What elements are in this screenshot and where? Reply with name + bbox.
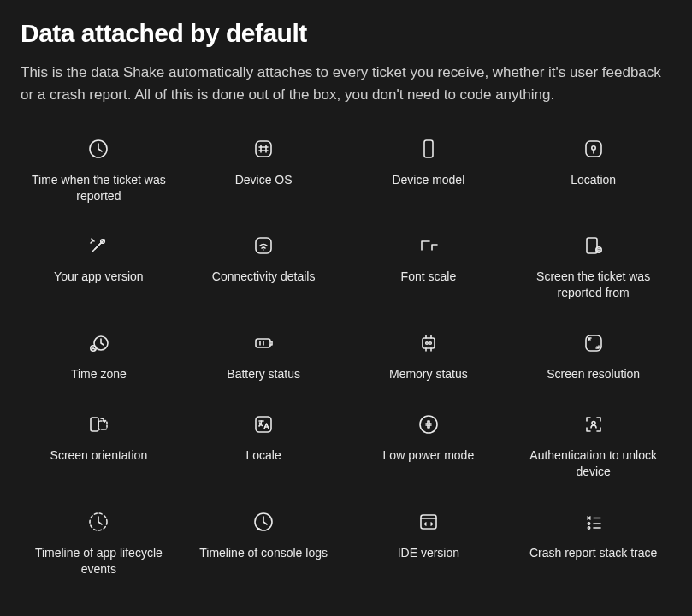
orientation-icon [86, 412, 111, 437]
feature-item: Low power mode [351, 412, 507, 480]
page-subtitle: This is the data Shake automatically att… [21, 62, 671, 107]
device-icon [416, 136, 441, 162]
feature-label: Locale [245, 447, 281, 464]
feature-item: Screen resolution [515, 330, 671, 382]
feature-label: Low power mode [383, 447, 475, 464]
feature-item: Font scale [351, 233, 507, 301]
feature-label: Timeline of console logs [199, 545, 328, 561]
feature-label: Screen resolution [547, 366, 640, 382]
feature-label: Time when the ticket was reported [26, 172, 171, 204]
feature-item: Memory status [351, 330, 507, 382]
feature-label: Timeline of app lifecycle events [26, 545, 171, 578]
hash-icon [251, 136, 276, 162]
feature-label: Connectivity details [212, 269, 316, 285]
ide-icon [416, 509, 441, 535]
feature-item: Time when the ticket was reported [21, 136, 177, 204]
resolution-icon [581, 330, 606, 356]
feature-item: Your app version [21, 233, 177, 301]
feature-label: Device OS [235, 172, 293, 188]
timezone-icon [86, 330, 111, 356]
feature-item: Crash report stack trace [515, 509, 671, 578]
low-power-icon [416, 412, 441, 437]
stacktrace-icon [581, 509, 606, 535]
clock-icon [86, 136, 111, 162]
feature-item: Connectivity details [186, 233, 342, 301]
memory-icon [416, 330, 441, 356]
feature-label: Crash report stack trace [529, 545, 657, 561]
lifecycle-icon [86, 509, 111, 535]
feature-label: Battery status [227, 366, 300, 382]
feature-item: Battery status [186, 330, 342, 382]
locale-icon [251, 412, 276, 437]
feature-label: Font scale [401, 269, 457, 285]
pin-icon [581, 136, 606, 162]
battery-icon [251, 330, 276, 356]
feature-label: IDE version [398, 545, 459, 561]
feature-item: Device model [351, 136, 507, 204]
page-title: Data attached by default [21, 19, 671, 48]
feature-item: Timeline of console logs [186, 509, 342, 578]
tools-icon [86, 233, 111, 258]
feature-item: Location [515, 136, 671, 204]
feature-item: Timeline of app lifecycle events [21, 509, 177, 578]
screen-report-icon [581, 233, 606, 258]
feature-label: Authentication to unlock device [521, 447, 666, 480]
feature-label: Memory status [389, 366, 468, 382]
feature-label: Screen orientation [50, 447, 148, 464]
feature-item: Device OS [186, 136, 342, 204]
feature-label: Location [571, 172, 616, 188]
feature-label: Time zone [71, 366, 127, 382]
feature-item: Screen the ticket was reported from [515, 233, 671, 301]
auth-icon [581, 412, 606, 437]
feature-label: Device model [392, 172, 464, 188]
console-log-icon [251, 509, 276, 535]
feature-item: Authentication to unlock device [515, 412, 671, 480]
feature-item: IDE version [351, 509, 507, 578]
wifi-icon [251, 233, 276, 258]
feature-label: Your app version [54, 269, 144, 285]
feature-label: Screen the ticket was reported from [521, 269, 666, 301]
font-scale-icon [416, 233, 441, 258]
feature-grid: Time when the ticket was reportedDevice … [21, 136, 671, 578]
feature-item: Time zone [21, 330, 177, 382]
feature-item: Locale [186, 412, 342, 480]
feature-item: Screen orientation [21, 412, 177, 480]
